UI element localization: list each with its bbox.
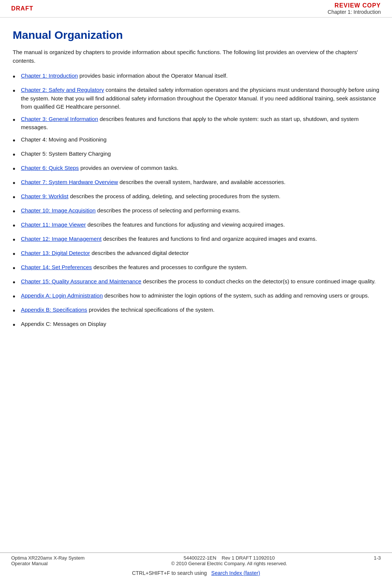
bullet-icon: • (13, 206, 19, 217)
list-item: •Chapter 10: Image Acquisition describes… (13, 206, 379, 217)
footer-product-name: Optima XR220amx X-Ray System (11, 555, 85, 561)
main-content: Manual Organization The manual is organi… (0, 18, 392, 342)
list-item: •Chapter 12: Image Management describes … (13, 235, 379, 245)
chapter-item-content: Chapter 7: System Hardware Overview desc… (21, 178, 379, 187)
footer-center: 54400222-1EN Rev 1 DRAFT 11092010 © 2010… (171, 555, 287, 566)
footer-left: Optima XR220amx X-Ray System Operator Ma… (11, 555, 85, 566)
bullet-icon: • (13, 71, 19, 82)
bullet-icon: • (13, 277, 19, 288)
intro-paragraph: The manual is organized by chapters to p… (13, 48, 379, 65)
chapter-item-content: Chapter 13: Digital Detector describes t… (21, 249, 379, 258)
chapter-description: describes the advanced digital detector (90, 250, 189, 256)
list-item: •Chapter 7: System Hardware Overview des… (13, 178, 379, 189)
list-item: •Chapter 13: Digital Detector describes … (13, 249, 379, 259)
bullet-icon: • (13, 248, 19, 259)
bullet-icon: • (13, 163, 19, 174)
list-item: •Chapter 14: Set Preferences describes t… (13, 263, 379, 274)
chapter-item-content: Chapter 5: System Battery Charging (21, 150, 379, 158)
chapter-item-content: Chapter 4: Moving and Positioning (21, 136, 379, 144)
chapter-link[interactable]: Appendix A: Login Administration (21, 292, 103, 299)
chapter-link[interactable]: Chapter 15: Quality Assurance and Mainte… (21, 278, 141, 284)
list-item: •Chapter 1: Introduction provides basic … (13, 72, 379, 82)
list-item: •Appendix C: Messages on Display (13, 320, 379, 330)
footer-bottom: CTRL+SHIFT+F to search using Search Inde… (0, 569, 392, 579)
chapter-item-content: Appendix A: Login Administration describ… (21, 292, 379, 300)
chapter-link[interactable]: Chapter 14: Set Preferences (21, 264, 92, 270)
chapter-item-content: Chapter 2: Safety and Regulatory contain… (21, 86, 379, 111)
chapter-item-content: Chapter 9: Worklist describes the proces… (21, 192, 379, 201)
review-copy-label: REVIEW COPY (335, 2, 381, 9)
chapter-link[interactable]: Chapter 7: System Hardware Overview (21, 179, 118, 185)
header-chapter-label: Chapter 1: Introduction (328, 9, 381, 15)
chapter-link[interactable]: Chapter 2: Safety and Regulatory (21, 87, 104, 93)
chapter-description: Chapter 4: Moving and Positioning (21, 136, 106, 143)
bullet-icon: • (13, 319, 19, 330)
bullet-icon: • (13, 220, 19, 231)
chapter-description: Appendix C: Messages on Display (21, 321, 106, 327)
chapter-description: describes the features and functions to … (102, 236, 317, 242)
draft-label: DRAFT (11, 5, 33, 12)
chapter-link[interactable]: Chapter 13: Digital Detector (21, 250, 90, 256)
list-item: •Chapter 3: General Information describe… (13, 115, 379, 132)
bullet-icon: • (13, 234, 19, 245)
chapter-description: describes the features and functions for… (86, 221, 285, 228)
chapter-link[interactable]: Chapter 1: Introduction (21, 72, 78, 79)
bullet-icon: • (13, 305, 19, 316)
footer-main: Optima XR220amx X-Ray System Operator Ma… (0, 553, 392, 569)
footer-page-number: 1-3 (374, 555, 381, 561)
list-item: •Appendix A: Login Administration descri… (13, 292, 379, 302)
chapter-item-content: Chapter 1: Introduction provides basic i… (21, 72, 379, 80)
list-item: •Chapter 9: Worklist describes the proce… (13, 192, 379, 203)
chapter-link[interactable]: Chapter 12: Image Management (21, 236, 102, 242)
list-item: •Appendix B: Specifications provides the… (13, 306, 379, 316)
bullet-icon: • (13, 135, 19, 146)
list-item: •Chapter 6: Quick Steps provides an over… (13, 164, 379, 174)
chapter-item-content: Chapter 15: Quality Assurance and Mainte… (21, 277, 379, 286)
footer-right: 1-3 (374, 555, 381, 566)
chapter-item-content: Appendix C: Messages on Display (21, 320, 379, 329)
chapter-item-content: Chapter 12: Image Management describes t… (21, 235, 379, 243)
chapter-link[interactable]: Chapter 9: Worklist (21, 193, 68, 199)
chapter-item-content: Chapter 11: Image Viewer describes the f… (21, 221, 379, 229)
bullet-icon: • (13, 192, 19, 203)
chapter-description: describes the process to conduct checks … (141, 278, 376, 284)
footer-copyright: © 2010 General Electric Company. All rig… (171, 561, 287, 566)
chapter-description: Chapter 5: System Battery Charging (21, 150, 111, 157)
header-bar: DRAFT REVIEW COPY Chapter 1: Introductio… (0, 0, 392, 18)
chapter-item-content: Appendix B: Specifications provides the … (21, 306, 379, 314)
bullet-icon: • (13, 177, 19, 189)
footer: Optima XR220amx X-Ray System Operator Ma… (0, 552, 392, 579)
footer-doc-number: 54400222-1EN Rev 1 DRAFT 11092010 (171, 555, 287, 561)
bullet-icon: • (13, 149, 19, 160)
chapter-item-content: Chapter 10: Image Acquisition describes … (21, 206, 379, 215)
chapter-item-content: Chapter 14: Set Preferences describes th… (21, 263, 379, 272)
bullet-icon: • (13, 85, 19, 96)
list-item: •Chapter 4: Moving and Positioning (13, 136, 379, 146)
chapter-description: describes the process of adding, deletin… (68, 193, 280, 199)
chapter-list: •Chapter 1: Introduction provides basic … (13, 72, 379, 330)
page-title: Manual Organization (13, 29, 379, 41)
chapter-link[interactable]: Chapter 10: Image Acquisition (21, 207, 96, 214)
chapter-description: describes the process of selecting and p… (96, 207, 240, 214)
list-item: •Chapter 11: Image Viewer describes the … (13, 221, 379, 231)
footer-manual-name: Operator Manual (11, 561, 85, 566)
footer-search-link[interactable]: Search Index (faster) (211, 570, 260, 576)
chapter-description: provides an overview of common tasks. (79, 165, 178, 171)
footer-shortcut-text: CTRL+SHIFT+F to search using (132, 570, 207, 576)
chapter-item-content: Chapter 3: General Information describes… (21, 115, 379, 132)
list-item: •Chapter 15: Quality Assurance and Maint… (13, 277, 379, 288)
chapter-link[interactable]: Chapter 6: Quick Steps (21, 165, 79, 171)
header-right: REVIEW COPY Chapter 1: Introduction (328, 2, 381, 15)
chapter-description: provides basic information about the Ope… (78, 72, 228, 79)
bullet-icon: • (13, 291, 19, 302)
chapter-link[interactable]: Chapter 11: Image Viewer (21, 221, 86, 228)
chapter-description: describes the overall system, hardware, … (118, 179, 286, 185)
list-item: •Chapter 5: System Battery Charging (13, 150, 379, 160)
chapter-description: describes how to administer the login op… (103, 292, 369, 299)
list-item: •Chapter 2: Safety and Regulatory contai… (13, 86, 379, 111)
chapter-item-content: Chapter 6: Quick Steps provides an overv… (21, 164, 379, 172)
chapter-description: provides the technical specifications of… (87, 306, 215, 313)
chapter-link[interactable]: Appendix B: Specifications (21, 306, 87, 313)
chapter-description: describes the features and processes to … (92, 264, 248, 270)
chapter-link[interactable]: Chapter 3: General Information (21, 116, 98, 122)
